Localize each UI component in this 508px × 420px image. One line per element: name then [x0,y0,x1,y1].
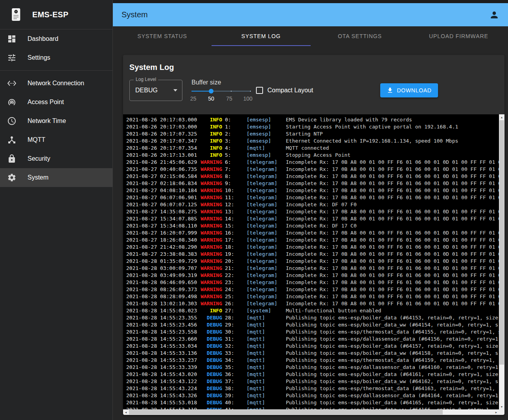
sidebar-item-mqtt[interactable]: MQTT [0,130,112,149]
tab-label: UPLOAD FIRMWARE [429,33,488,39]
log-source: [telegram] [247,194,286,201]
log-message: Incomplete Rx: DF 17 C0 [286,222,357,229]
vertical-scroll-thumb[interactable] [499,120,504,365]
log-message: Publishing topic ems-esp/dallassensor_da… [286,392,498,399]
scrollbar-corner [499,409,504,415]
log-time: 2021-08-27 02:15:06.584 [126,173,199,180]
tab-upload-firmware[interactable]: UPLOAD FIRMWARE [409,26,508,46]
log-level: WARNING [199,251,222,258]
page-title: System [121,10,489,19]
ems-esp-logo-icon [11,8,21,21]
log-message: Incomplete Rx: 17 0B A8 00 01 00 FF F6 0… [286,258,499,265]
buffer-size-slider[interactable] [191,87,250,95]
log-row: 2021-08-28 03:00:09.707WARNING21:[telegr… [126,265,499,272]
scroll-left-icon[interactable]: ◄ [123,409,129,415]
log-level: WARNING [199,166,222,173]
scroll-right-icon[interactable]: ► [493,409,499,415]
log-time: 2021-08-28 14:55:53.119 [126,406,199,409]
sidebar-item-dashboard[interactable]: Dashboard [0,29,112,48]
log-index: 24: [222,286,247,293]
log-message: Publishing topic ems-esp/thermostat_data… [286,385,498,392]
download-button[interactable]: DOWNLOAD [380,83,438,97]
tab-ota-settings[interactable]: OTA SETTINGS [311,26,409,46]
scroll-up-icon[interactable]: ▲ [499,114,504,120]
log-index: 28: [222,314,247,321]
log-row: 2021-08-28 14:55:23.660DEBUG31:[mqtt]Pub… [126,336,499,343]
log-source: [emsesp] [247,130,286,138]
app-bar: System [113,3,508,26]
log-level: DEBUG [199,371,222,378]
log-message: Incomplete Rx: 17 0B A8 00 01 00 FF F6 0… [286,286,499,293]
slider-mark-dot [250,91,251,92]
log-row: 2021-08-26 20:17:03.000INFO1:[emsesp]Sta… [126,123,499,130]
app-root: EMS-ESP Dashboard Settings Network Conne… [0,0,508,420]
log-message: EMS Device library loaded with 79 record… [286,116,412,123]
log-level: WARNING [199,229,222,237]
log-message: Incomplete Rx: 17 0B A8 00 01 00 FF F6 0… [286,251,499,258]
log-index: 22: [222,272,247,279]
log-level: WARNING [199,201,222,208]
log-level: DEBUG [199,385,222,392]
log-level: WARNING [199,215,222,222]
log-message: Publishing topic ems-esp/thermostat_data… [286,357,498,364]
slider-thumb[interactable] [209,89,214,94]
log-time: 2021-08-27 21:42:08.290 [126,244,199,251]
log-source: [telegram] [247,244,286,251]
log-message: Publishing topic ems-esp/boiler_data (#6… [286,314,498,321]
log-index: 38: [222,385,247,392]
vertical-scrollbar[interactable]: ▲ ▼ [499,114,504,409]
tab-label: SYSTEM STATUS [137,33,187,39]
horizontal-scroll-track[interactable] [129,409,493,415]
compact-layout-checkbox[interactable]: Compact Layout [256,87,313,94]
sidebar-nav: Dashboard Settings Network Connection Ac… [0,29,112,187]
log-time: 2021-08-27 00:40:06.735 [126,166,199,173]
sidebar-item-label: Access Point [28,99,64,106]
sidebar-item-access-point[interactable]: Access Point [0,93,112,112]
log-level: WARNING [199,180,222,187]
log-level: WARNING [199,194,222,201]
sidebar-item-network-time[interactable]: Network Time [0,112,112,130]
tab-system-log[interactable]: SYSTEM LOG [212,26,310,46]
log-index: 17: [222,237,247,244]
sidebar-item-settings[interactable]: Settings [0,48,112,67]
log-source: [telegram] [247,180,286,187]
log-level: DEBUG [199,350,222,357]
log-row: 2021-08-28 14:55:08.023INFO27:[system]Mu… [126,307,499,314]
sidebar: EMS-ESP Dashboard Settings Network Conne… [0,0,113,420]
tab-system-status[interactable]: SYSTEM STATUS [113,26,212,46]
log-time: 2021-08-27 06:07:06.901 [126,194,199,201]
checkbox-icon [256,87,263,94]
account-icon[interactable] [489,10,499,20]
log-level: WARNING [199,187,222,194]
log-row: 2021-08-28 14:55:53.018DEBUG40:[mqtt]Pub… [126,399,499,406]
log-index: 30: [222,328,247,336]
log-message: Publishing topic ems-esp/boiler_data (#6… [286,343,498,350]
horizontal-scrollbar[interactable]: ◄ ► [123,409,499,415]
log-terminal: 2021-08-26 20:17:03.000INFO0:[emsesp]EMS… [123,114,504,415]
log-source: [mqtt] [247,406,286,409]
slider-mark-dot [231,91,232,92]
horizontal-scroll-thumb[interactable] [129,410,443,414]
log-time: 2021-08-26 20:17:13.001 [126,152,199,159]
log-index: 40: [222,399,247,406]
sidebar-item-security[interactable]: Security [0,149,112,168]
log-index: 3: [222,138,247,145]
log-index: 12: [222,201,247,208]
log-message: Publishing topic ems-esp/boiler_data_ww … [286,350,498,357]
sidebar-item-system[interactable]: System [0,168,112,187]
app-title: EMS-ESP [32,10,68,19]
log-level-select[interactable]: Log Level DEBUG [129,80,182,101]
vertical-scroll-track[interactable] [499,120,504,404]
sidebar-item-label: Dashboard [28,35,58,42]
sidebar-item-network-connection[interactable]: Network Connection [0,74,112,93]
slider-mark-labels: 25 50 75 100 [191,95,250,102]
scroll-down-icon[interactable]: ▼ [499,404,504,409]
log-source: [telegram] [247,166,286,173]
log-level: DEBUG [199,357,222,364]
log-index: 32: [222,343,247,350]
log-level: DEBUG [199,392,222,399]
log-message: Publishing topic ems-esp/boiler_data_ww … [286,321,498,328]
log-message: Multi-functional button enabled [286,307,381,314]
log-time: 2021-08-28 14:55:08.023 [126,307,199,314]
log-message: Publishing topic ems-esp/dallassensor_da… [286,336,498,343]
